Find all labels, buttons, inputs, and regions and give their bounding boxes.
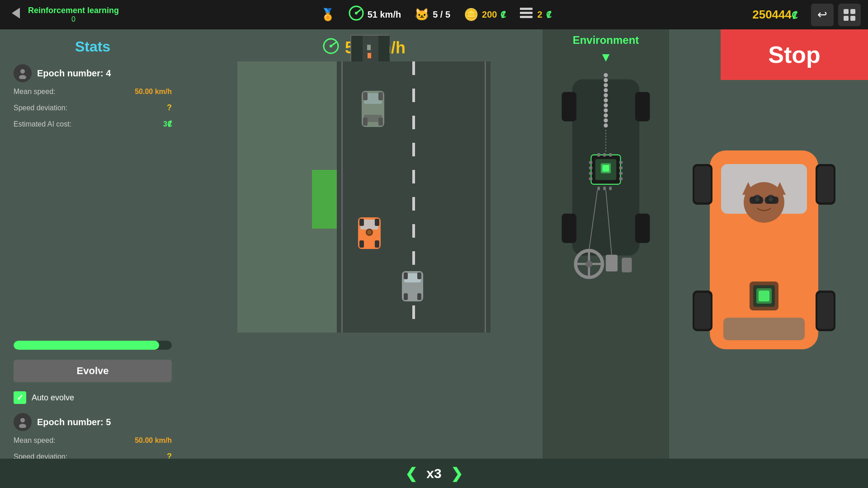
svg-rect-6 (520, 16, 533, 18)
topbar: Reinforcement learning 0 🏅 51 km/h 🐱 5 /… (0, 0, 868, 29)
svg-point-33 (367, 230, 372, 235)
stop-label: Stop (768, 41, 821, 68)
epoch4-header: Epoch number: 4 (14, 64, 172, 82)
svg-point-11 (20, 69, 25, 74)
rl-label: Reinforcement learning 0 (28, 6, 119, 23)
svg-rect-9 (844, 16, 849, 21)
stop-button[interactable]: Stop (721, 29, 868, 80)
cats-value: 5 / 5 (433, 9, 450, 20)
svg-rect-17 (369, 36, 372, 65)
evolve-button[interactable]: Evolve (14, 360, 172, 382)
cat-icon: 🐱 (415, 8, 429, 22)
svg-rect-75 (609, 187, 612, 190)
svg-rect-64 (589, 172, 592, 175)
svg-rect-46 (635, 92, 650, 121)
nn-diagram (547, 66, 665, 310)
car-silver-bottom (400, 269, 425, 305)
right-panel: Environment ▼ (542, 29, 868, 488)
cats-stat: 🐱 5 / 5 (415, 8, 450, 22)
car-silver-svg (400, 269, 425, 303)
epoch4-icon (14, 64, 32, 82)
svg-point-54 (604, 98, 608, 102)
svg-rect-67 (619, 167, 623, 169)
grid-button[interactable] (838, 4, 861, 26)
svg-rect-108 (817, 166, 834, 202)
env-arrow-down: ▼ (547, 50, 665, 65)
svg-rect-41 (417, 272, 421, 279)
svg-rect-34 (359, 219, 364, 226)
svg-rect-70 (597, 153, 600, 156)
car-large-svg (683, 123, 845, 385)
speed-stat: 51 km/h (349, 5, 401, 24)
svg-point-58 (604, 118, 608, 122)
epoch4-speed-dev-val: ? (167, 103, 172, 113)
epoch5-header: Epoch number: 5 (14, 413, 172, 431)
multiplier-left-arrow[interactable]: ❮ (405, 465, 417, 482)
svg-rect-63 (589, 167, 592, 169)
auto-evolve-checkbox[interactable] (14, 391, 26, 404)
svg-rect-77 (603, 165, 609, 172)
environment-panel: Environment ▼ (542, 29, 669, 488)
svg-rect-66 (619, 161, 623, 164)
coins-value: 200 (482, 9, 497, 20)
svg-rect-68 (619, 172, 623, 175)
svg-rect-48 (635, 214, 650, 243)
epoch4-mean-speed-val: 50.00 km/h (135, 88, 172, 96)
progress-bar-container (14, 341, 172, 350)
svg-point-3 (355, 12, 358, 14)
svg-point-14 (19, 424, 26, 428)
stats-title: Stats (14, 38, 172, 55)
svg-rect-94 (750, 197, 763, 204)
topbar-right: ↩ (811, 4, 861, 26)
svg-rect-109 (694, 293, 711, 329)
svg-point-55 (604, 103, 608, 108)
topbar-stats: 🏅 51 km/h 🐱 5 / 5 🪙 200 ₡ (132, 5, 739, 24)
back-button[interactable] (7, 5, 24, 24)
svg-rect-62 (589, 161, 592, 164)
svg-point-53 (604, 93, 608, 97)
auto-evolve-label: Auto evolve (32, 393, 74, 403)
undo-button[interactable]: ↩ (811, 4, 834, 26)
svg-rect-26 (363, 92, 368, 100)
svg-rect-45 (562, 92, 577, 121)
road-lane-right (485, 61, 486, 333)
svg-rect-28 (363, 117, 368, 126)
svg-rect-42 (404, 293, 408, 300)
car-orange-player (356, 215, 383, 253)
svg-rect-19 (368, 53, 371, 58)
coins-stat: 🪙 200 ₡ (464, 8, 505, 22)
epoch5-title: Epoch number: 5 (37, 417, 111, 427)
svg-rect-111 (723, 318, 805, 340)
svg-point-22 (330, 45, 332, 47)
topbar-left: Reinforcement learning 0 (7, 5, 119, 24)
coins-currency: ₡ (500, 10, 505, 20)
epoch4-ai-cost-val: 3₡ (163, 120, 172, 128)
spacer (14, 136, 172, 331)
svg-rect-107 (694, 166, 711, 202)
epoch4-mean-speed-label: Mean speed: (14, 88, 56, 96)
svg-rect-72 (609, 153, 612, 156)
svg-rect-37 (375, 240, 379, 248)
green-patch (312, 170, 337, 229)
main-content: Stats Epoch number: 4 Mean speed: 50.00 … (0, 29, 868, 488)
award-icon: 🏅 (321, 8, 335, 22)
svg-rect-5 (520, 12, 533, 14)
bottom-bar: ❮ x3 ❯ (0, 459, 868, 488)
svg-rect-10 (850, 16, 855, 21)
epoch4-mean-speed-row: Mean speed: 50.00 km/h (14, 86, 172, 98)
svg-point-59 (604, 123, 608, 127)
mini-map-thumbnail (350, 35, 389, 64)
svg-rect-43 (417, 293, 421, 300)
speed-gauge-icon (322, 38, 340, 58)
multiplier-right-arrow[interactable]: ❯ (451, 465, 463, 482)
svg-rect-110 (817, 293, 834, 329)
svg-rect-65 (589, 178, 592, 180)
progress-bar-fill (14, 341, 159, 350)
epoch5-mean-speed-val: 50.00 km/h (135, 436, 172, 445)
svg-rect-74 (603, 187, 606, 190)
svg-point-51 (604, 83, 608, 87)
svg-rect-83 (606, 255, 618, 272)
epoch5-mean-speed-label: Mean speed: (14, 436, 56, 445)
epoch4-speed-dev-row: Speed deviation: ? (14, 101, 172, 114)
auto-evolve-row: Auto evolve (14, 391, 172, 404)
